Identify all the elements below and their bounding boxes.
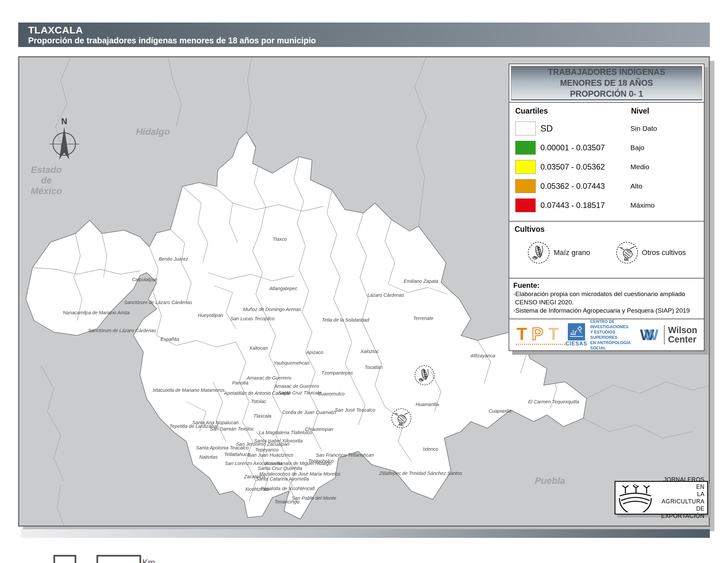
jornaleros-logo: JORNALEROS EN LA AGRICULTURA DE EXPORTAC…	[614, 481, 708, 515]
tpt-caption	[516, 344, 566, 345]
map-subtitle: Proporción de trabajadores indígenas men…	[28, 35, 710, 45]
wilson-w-icon: W W	[640, 326, 660, 344]
legend-cultivos-section: Cultivos Maíz grano Otros cultivos	[509, 221, 705, 278]
legend-row-sd: SD Sin Dato	[515, 119, 698, 138]
legend-row-maximo: 0.07443 - 0.18517 Máximo	[515, 196, 698, 215]
legend-item-maiz: Maíz grano	[527, 241, 590, 264]
corn-icon	[527, 241, 550, 264]
ciesas-emblem-icon	[568, 323, 585, 341]
legend-row-bajo: 0.00001 - 0.03507 Bajo	[515, 138, 698, 157]
compass-north-label: N	[61, 117, 67, 126]
ciesas-logo: CIESAS CENTRO DE INVESTIGACIONES Y ESTUD…	[566, 319, 640, 351]
swatch-bajo	[515, 141, 536, 155]
scale-bar-line	[54, 556, 140, 563]
fields-icon	[617, 483, 656, 512]
north-arrow-icon	[59, 127, 69, 159]
wilson-divider	[664, 325, 665, 345]
bottom-gradient-bar	[21, 529, 710, 538]
svg-text:T: T	[517, 325, 527, 343]
swatch-maximo	[515, 198, 536, 212]
legend-title-box: TRABAJADORES INDÍGENAS MENORES DE 18 AÑO…	[509, 64, 705, 103]
swatch-alto	[515, 179, 536, 193]
crops-icon	[615, 241, 639, 264]
level-column-header: Nivel	[631, 107, 649, 116]
legend-row-medio: 0.03507 - 0.05362 Medio	[515, 157, 698, 176]
legend-title: TRABAJADORES INDÍGENAS MENORES DE 18 AÑO…	[511, 66, 702, 100]
scale-bar: Km 0 5 10 20	[48, 551, 161, 563]
title-bar: TLAXCALA Proporción de trabajadores indí…	[18, 23, 710, 47]
svg-text:P: P	[532, 325, 543, 343]
legend-quartiles-section: Cuartiles Nivel SD Sin Dato 0.00001 - 0.…	[509, 102, 705, 221]
swatch-sin-dato	[515, 121, 536, 135]
jornaleros-text: JORNALEROS EN LA AGRICULTURA DE EXPORTAC…	[656, 476, 705, 520]
map-title: TLAXCALA	[28, 25, 710, 35]
legend-item-otros: Otros cultivos	[615, 241, 686, 264]
legend-fuente-section: Fuente: -Elaboración propia con microdat…	[509, 278, 705, 319]
svg-text:W: W	[644, 326, 659, 344]
compass-rose: N	[47, 116, 84, 163]
fuente-title: Fuente:	[513, 281, 700, 290]
wilson-center-logo: W W Wilson Center	[640, 325, 697, 345]
legend-panel: TRABAJADORES INDÍGENAS MENORES DE 18 AÑO…	[509, 64, 705, 351]
swatch-medio	[515, 160, 536, 174]
cultivos-title: Cultivos	[515, 225, 699, 234]
svg-text:T: T	[548, 325, 559, 343]
map-document: TLAXCALA Proporción de trabajadores indí…	[0, 0, 728, 563]
scale-unit: Km	[142, 557, 155, 563]
legend-logos-section: T P T CIESAS	[509, 319, 705, 351]
quartiles-column-header: Cuartiles	[515, 107, 631, 116]
ciesas-acronym: CIESAS	[566, 341, 587, 347]
legend-row-alto: 0.05362 - 0.07443 Alto	[515, 176, 698, 196]
tpt-logo: T P T	[516, 325, 566, 345]
